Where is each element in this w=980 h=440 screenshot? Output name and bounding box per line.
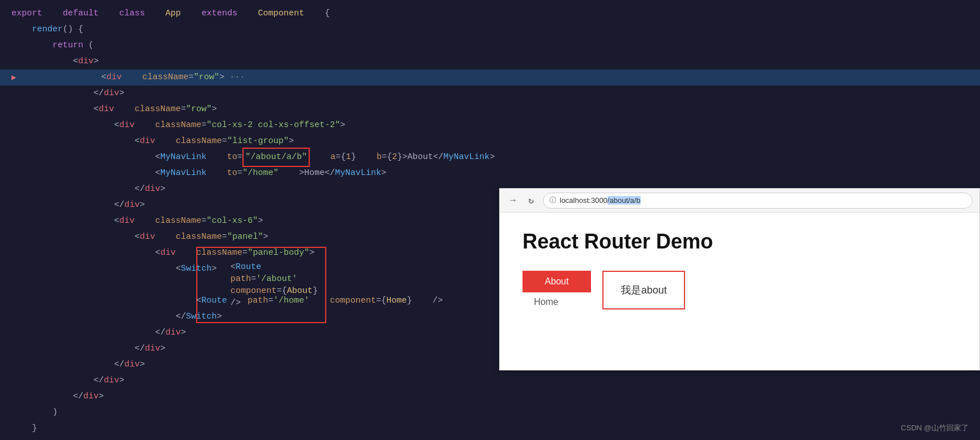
url-highlighted-path: /about/a/b: [608, 196, 641, 205]
browser-toolbar: → ↻ ⓘ localhost:3000/about/a/b: [500, 189, 979, 213]
browser-panel: → ↻ ⓘ localhost:3000/about/a/b React Rou…: [499, 188, 980, 370]
browser-page-title: React Router Demo: [523, 230, 957, 254]
csdn-watermark: CSDN @山竹回家了: [901, 423, 969, 433]
code-line-highlighted: ▶ <div className="row" > ···: [0, 70, 980, 85]
code-line-mynav-about: <MyNavLink to="/about/a/b" a={1} b={2} >…: [0, 149, 980, 165]
browser-refresh-button[interactable]: ↻: [525, 194, 537, 207]
current-line-arrow: ▶: [11, 70, 16, 85]
code-line: </div>: [0, 85, 980, 101]
code-line: <div>: [0, 54, 980, 70]
code-line: }: [0, 421, 980, 437]
code-line: export default class App extends Compone…: [0, 6, 980, 22]
code-line-mynav-home: <MyNavLink to="/home" >Home</MyNavLink>: [0, 165, 980, 181]
browser-forward-button[interactable]: →: [507, 194, 519, 207]
code-line: </div>: [0, 373, 980, 389]
browser-url-bar[interactable]: ⓘ localhost:3000/about/a/b: [543, 193, 973, 209]
code-line: ): [0, 405, 980, 421]
browser-nav-row: About Home 我是about: [523, 271, 957, 312]
about-nav-button[interactable]: About: [523, 271, 591, 292]
lock-icon: ⓘ: [549, 195, 556, 205]
code-line: <div className="list-group" >: [0, 133, 980, 149]
browser-content: React Router Demo About Home 我是about: [500, 213, 979, 329]
about-content-box: 我是about: [602, 271, 685, 309]
home-nav-link[interactable]: Home: [523, 292, 591, 312]
code-line: return (: [0, 38, 980, 54]
code-line: ): [0, 437, 980, 440]
about-content-text: 我是about: [621, 283, 667, 297]
browser-url-text: localhost:3000/about/a/b: [560, 196, 641, 205]
code-line: </div>: [0, 389, 980, 405]
code-line: <div className="col-xs-2 col-xs-offset-2…: [0, 117, 980, 133]
nav-links: About Home: [523, 271, 591, 312]
